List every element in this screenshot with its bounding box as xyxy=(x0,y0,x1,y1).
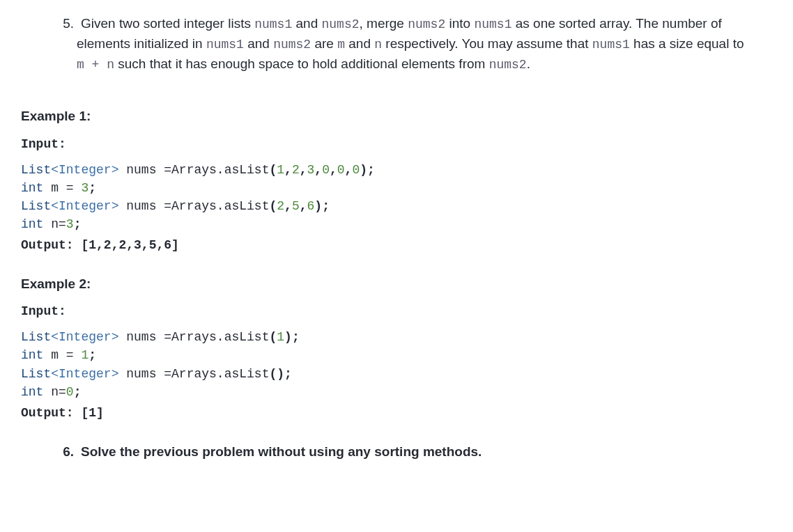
code-nums2: nums2 xyxy=(489,58,527,72)
code-nums1: nums1 xyxy=(474,17,511,31)
example-1-heading: Example 1: xyxy=(21,107,772,127)
code-nums2: nums2 xyxy=(322,17,360,31)
example-1-input-label: Input: xyxy=(21,135,772,154)
example-1-code: List<Integer> nums =Arrays.asList(1,2,3,… xyxy=(21,161,772,233)
q5-text: Given two sorted integer lists nums1 and… xyxy=(77,16,744,71)
question-6: 6.Solve the previous problem without usi… xyxy=(21,442,772,462)
code-nums1: nums1 xyxy=(254,17,292,31)
question-6-number: 6. xyxy=(52,442,81,462)
example-2-heading: Example 2: xyxy=(21,274,772,295)
code-nums2: nums2 xyxy=(408,17,445,31)
question-5: 5.Given two sorted integer lists nums1 a… xyxy=(21,14,772,75)
code-m-plus-n: m + n xyxy=(77,58,114,72)
code-nums1: nums1 xyxy=(592,38,630,52)
question-6-text: Solve the previous problem without using… xyxy=(81,444,482,459)
code-n: n xyxy=(374,38,382,52)
example-2-input-label: Input: xyxy=(21,302,772,321)
example-2-code: List<Integer> nums =Arrays.asList(1); in… xyxy=(21,328,772,400)
code-nums1: nums1 xyxy=(206,38,244,52)
code-m: m xyxy=(337,38,345,52)
question-5-number: 5. xyxy=(52,14,81,34)
example-2-output: Output: [1] xyxy=(21,404,772,423)
example-1-output: Output: [1,2,2,3,5,6] xyxy=(21,236,772,255)
code-nums2: nums2 xyxy=(273,38,311,52)
